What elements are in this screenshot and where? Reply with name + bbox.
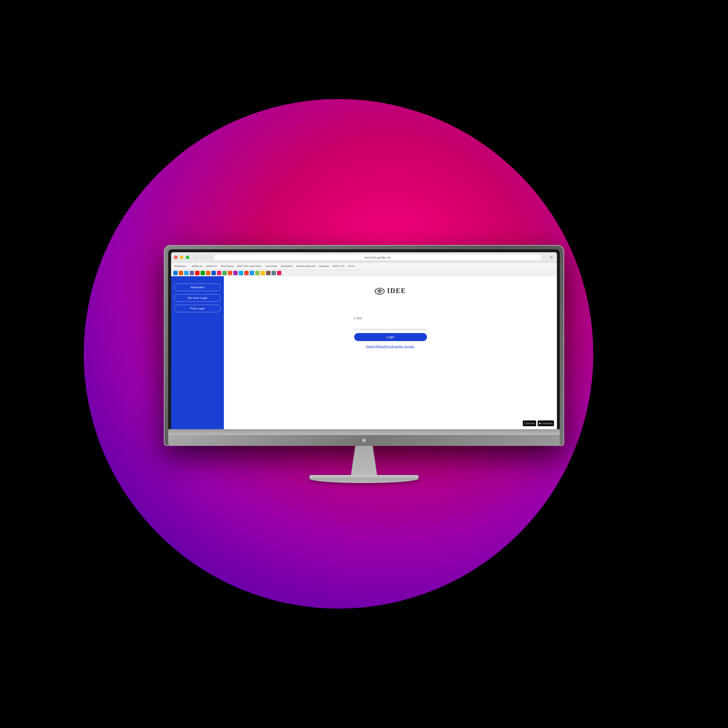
monitor-stand-neck: [342, 446, 386, 475]
bookmark-bookmarks[interactable]: Bookmarks: [173, 264, 187, 268]
fav-icon-7[interactable]: [206, 271, 210, 275]
fav-icon-6[interactable]: [200, 271, 205, 275]
back-button[interactable]: ‹: [194, 255, 199, 260]
qr-code-login-button[interactable]: QR Code Login: [174, 294, 221, 302]
fav-icon-16[interactable]: [255, 271, 260, 275]
url-bar[interactable]: inneclick.getidee.de: [213, 254, 541, 261]
google-play-badge[interactable]: ▶ Google Play: [538, 421, 554, 426]
bookmark-travel[interactable]: Travel: [347, 264, 356, 268]
minimize-window-button[interactable]: [180, 255, 184, 259]
push-login-button[interactable]: Push Login: [174, 305, 221, 312]
bookmark-reports[interactable]: Reports dashboard: [295, 264, 316, 268]
fav-icon-10[interactable]: [222, 271, 227, 275]
fav-icon-3[interactable]: [184, 271, 188, 275]
fav-icon-12[interactable]: [233, 271, 238, 275]
google-play-icon: ▶: [539, 422, 541, 425]
fav-icon-17[interactable]: [261, 271, 265, 275]
login-button[interactable]: Login: [354, 333, 427, 341]
eye-icon: [375, 288, 385, 295]
fav-icon-20[interactable]: [277, 271, 281, 275]
browser-window: ‹ › inneclick.getidee.de ↻ Bookmarks | g…: [171, 252, 557, 429]
monitor-bezel: ‹ › inneclick.getidee.de ↻ Bookmarks | g…: [168, 249, 560, 429]
fav-icon-4[interactable]: [190, 271, 194, 275]
app-store-badge[interactable]:  App Store: [523, 421, 536, 426]
email-label: E-Mail: [354, 317, 362, 320]
bookmark-remunition[interactable]: Remunition: [280, 264, 294, 268]
forward-button[interactable]: ›: [203, 255, 208, 260]
fav-icon-19[interactable]: [272, 271, 276, 275]
left-sidebar: WebAuthN QR Code Login Push Login: [171, 276, 224, 429]
bookmark-getidee1[interactable]: getIdee-de: [191, 264, 204, 268]
favorites-bar: [171, 270, 557, 276]
svg-point-2: [379, 291, 381, 292]
apple-icon: : [524, 422, 525, 425]
monitor-chin: [168, 435, 560, 446]
bookmark-stuff[interactable]: Stuff To Do: [331, 264, 346, 268]
fav-icon-8[interactable]: [211, 271, 216, 275]
enable-webauthn-link[interactable]: Enable WebAuthN with another Account.: [366, 345, 414, 348]
webauthn-button[interactable]: WebAuthN: [174, 284, 221, 291]
fav-icon-13[interactable]: [239, 271, 243, 275]
logo-text: IDEE: [387, 287, 406, 295]
monitor-stand-base: [309, 475, 419, 483]
google-play-label: Google Play: [541, 422, 552, 424]
main-login-area: IDEE E-Mail Login Enable WebAuthN with a…: [224, 276, 557, 429]
maximize-window-button[interactable]: [186, 255, 189, 259]
fav-icon-11[interactable]: [228, 271, 232, 275]
monitor-bottom-bar: [168, 429, 560, 435]
reload-button[interactable]: ↻: [549, 255, 554, 260]
fav-icon-1[interactable]: [173, 271, 177, 275]
bookmark-assortment[interactable]: Assortment: [264, 264, 278, 268]
browser-titlebar: ‹ › inneclick.getidee.de ↻: [171, 252, 557, 262]
fav-icon-5[interactable]: [195, 271, 199, 275]
bookmark-getidee2[interactable]: getIdee-de: [205, 264, 218, 268]
fav-icon-9[interactable]: [217, 271, 221, 275]
login-form: E-Mail Login Enable WebAuthN with anothe…: [354, 317, 427, 348]
monitor-frame: ‹ › inneclick.getidee.de ↻ Bookmarks | g…: [164, 245, 564, 446]
fav-icon-14[interactable]: [244, 271, 249, 275]
close-window-button[interactable]: [174, 255, 177, 259]
monitor-logo: [361, 438, 367, 443]
app-store-label: App Store: [526, 422, 535, 424]
fav-icon-18[interactable]: [266, 271, 271, 275]
browser-content: WebAuthN QR Code Login Push Login: [171, 276, 557, 429]
fav-icon-2[interactable]: [179, 271, 183, 275]
bookmark-idee-demo[interactable]: IDEE Web Login Demo: [236, 264, 263, 268]
bookmark-shopping[interactable]: Shopping: [318, 264, 330, 268]
fav-icon-15[interactable]: [250, 271, 254, 275]
idee-logo: IDEE: [375, 287, 406, 295]
bookmarks-bar: Bookmarks | getIdee-de getIdee-de Okta B…: [171, 262, 557, 270]
url-text: inneclick.getidee.de: [364, 255, 391, 259]
store-badges:  App Store ▶ Google Play: [523, 421, 554, 426]
monitor: ‹ › inneclick.getidee.de ↻ Bookmarks | g…: [164, 245, 564, 483]
email-input[interactable]: [354, 322, 427, 329]
bookmark-okta[interactable]: Okta Bypass: [219, 264, 235, 268]
